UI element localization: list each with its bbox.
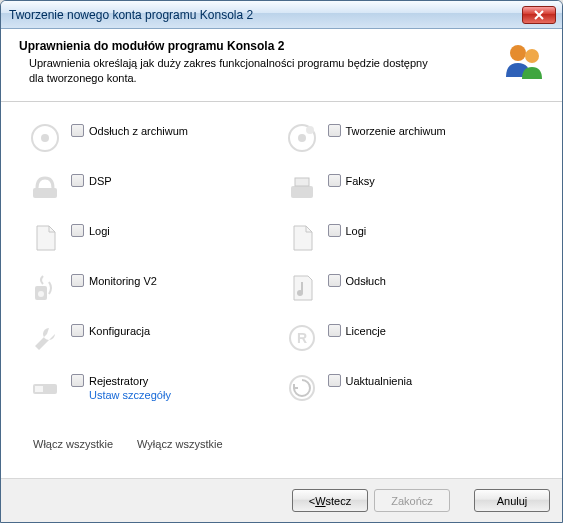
svg-rect-16 [35,386,43,392]
cancel-button[interactable]: Anuluj [474,489,550,512]
disable-all-link[interactable]: Wyłącz wszystkie [137,438,222,450]
svg-rect-9 [295,178,309,186]
permission-licenses: RLicencje [286,322,535,354]
permission-config: Konfiguracja [29,322,278,354]
label-archive-create: Tworzenie archiwum [346,125,446,137]
footer: < Wstecz Zakończ Anuluj [1,478,562,522]
finish-button: Zakończ [374,489,450,512]
speaker-icon [29,272,61,304]
checkbox-licenses[interactable] [328,324,341,337]
svg-point-0 [510,45,526,61]
label-archive-listen: Odsłuch z archiwum [89,125,188,137]
checkbox-dsp[interactable] [71,174,84,187]
checkbox-archive-listen[interactable] [71,124,84,137]
label-config: Konfiguracja [89,325,150,337]
permission-fax: Faksy [286,172,535,204]
checkbox-recorders[interactable] [71,374,84,387]
checkbox-config[interactable] [71,324,84,337]
svg-point-6 [306,126,314,134]
permission-listen: Odsłuch [286,272,535,304]
checkbox-logs-right[interactable] [328,224,341,237]
svg-point-5 [298,134,306,142]
checkbox-archive-create[interactable] [328,124,341,137]
label-monitoring: Monitoring V2 [89,275,157,287]
svg-point-11 [38,291,44,297]
fax-icon [286,172,318,204]
checkbox-updates[interactable] [328,374,341,387]
svg-point-1 [525,49,539,63]
label-dsp: DSP [89,175,112,187]
svg-text:R: R [296,330,306,346]
users-icon [500,39,548,87]
note-icon [286,272,318,304]
permission-dsp: DSP [29,172,278,204]
toggle-links: Włącz wszystkie Wyłącz wszystkie [29,438,534,450]
permission-archive-create: Tworzenie archiwum [286,122,535,154]
svg-rect-8 [291,186,313,198]
permission-monitoring: Monitoring V2 [29,272,278,304]
permission-logs-right: Logi [286,222,535,254]
label-licenses: Licencje [346,325,386,337]
label-logs-left: Logi [89,225,110,237]
label-listen: Odsłuch [346,275,386,287]
label-fax: Faksy [346,175,375,187]
header-description: Uprawnienia określają jak duży zakres fu… [19,56,439,86]
close-button[interactable] [522,6,556,24]
checkbox-listen[interactable] [328,274,341,287]
wizard-window: Tworzenie nowego konta programu Konsola … [0,0,563,523]
header-title: Uprawnienia do modułów programu Konsola … [19,39,488,53]
wrench-icon [29,322,61,354]
back-button[interactable]: < Wstecz [292,489,368,512]
permission-updates: Uaktualnienia [286,372,535,404]
enable-all-link[interactable]: Włącz wszystkie [33,438,113,450]
permission-recorders: RejestratoryUstaw szczegóły [29,372,278,404]
page-icon [286,222,318,254]
disc-burn-icon [286,122,318,154]
details-link-recorders[interactable]: Ustaw szczegóły [71,389,171,401]
checkbox-fax[interactable] [328,174,341,187]
close-icon [534,10,544,20]
svg-point-3 [41,134,49,142]
label-logs-right: Logi [346,225,367,237]
disc-icon [29,122,61,154]
permission-logs-left: Logi [29,222,278,254]
titlebar: Tworzenie nowego konta programu Konsola … [1,1,562,29]
phone-icon [29,172,61,204]
wizard-header: Uprawnienia do modułów programu Konsola … [1,29,562,102]
svg-point-12 [297,290,303,296]
label-updates: Uaktualnienia [346,375,413,387]
svg-rect-7 [33,188,57,198]
device-icon [29,372,61,404]
page-icon [29,222,61,254]
permission-archive-listen: Odsłuch z archiwum [29,122,278,154]
refresh-icon [286,372,318,404]
registered-icon: R [286,322,318,354]
window-title: Tworzenie nowego konta programu Konsola … [9,8,522,22]
checkbox-monitoring[interactable] [71,274,84,287]
label-recorders: Rejestratory [89,375,148,387]
checkbox-logs-left[interactable] [71,224,84,237]
content-area: Odsłuch z archiwumTworzenie archiwumDSPF… [1,102,562,478]
permissions-grid: Odsłuch z archiwumTworzenie archiwumDSPF… [29,122,534,404]
